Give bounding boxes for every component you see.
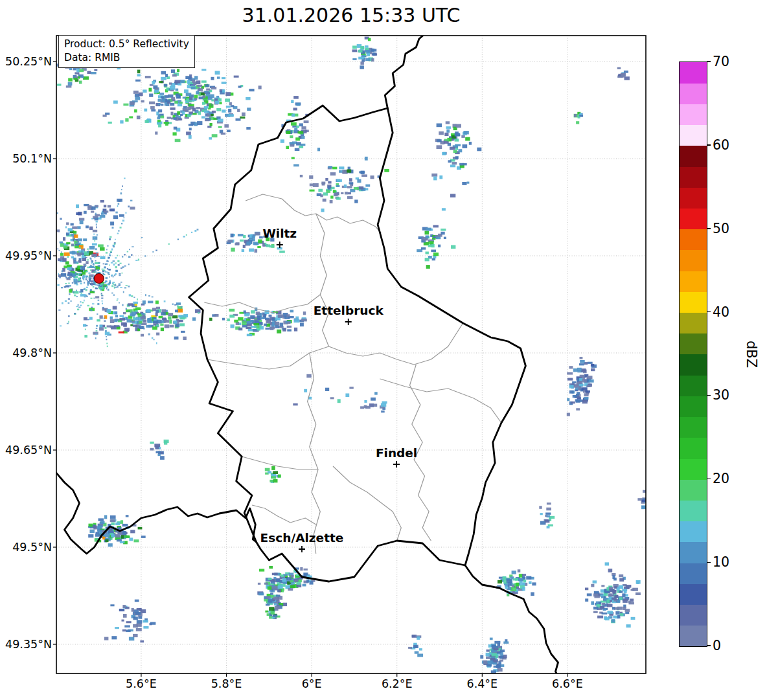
city-label: Findel — [376, 446, 417, 460]
colorbar-tick-mark — [707, 395, 711, 396]
colorbar-unit-label: dBZ — [744, 341, 759, 368]
colorbar-segment — [680, 479, 707, 501]
data-source-line: Data: RMIB — [64, 51, 189, 65]
colorbar-tick-mark — [707, 228, 711, 229]
colorbar-segment — [680, 146, 707, 167]
colorbar-segment — [680, 375, 707, 396]
y-tick-label: 49.8°N — [1, 346, 52, 359]
radar-map-figure: 31.01.2026 15:33 UTC WiltzEttelbruckFind… — [0, 0, 767, 700]
colorbar-tick-mark — [707, 479, 711, 479]
colorbar-segment — [680, 313, 707, 334]
radar-site-marker — [94, 274, 104, 284]
y-tick-label: 49.65°N — [1, 444, 52, 457]
y-tick-label: 49.35°N — [1, 638, 52, 651]
x-tick-label: 6°E — [282, 677, 341, 690]
colorbar-segment — [680, 521, 707, 543]
colorbar-tick-mark — [707, 562, 711, 563]
colorbar-segment — [680, 626, 707, 647]
colorbar-segment — [680, 250, 707, 271]
colorbar-segment — [680, 291, 707, 313]
x-tick-label: 6.2°E — [368, 677, 426, 690]
colorbar-segment — [680, 396, 707, 417]
x-tick-label: 5.8°E — [198, 677, 256, 690]
colorbar-segment — [680, 354, 707, 376]
y-tick-label: 49.95°N — [1, 249, 52, 262]
colorbar-segment — [680, 187, 707, 209]
x-tick-label: 6.4°E — [453, 677, 511, 690]
colorbar-segment — [680, 62, 707, 84]
colorbar-segment — [680, 271, 707, 292]
colorbar-tick-mark — [707, 144, 711, 145]
product-line: Product: 0.5° Reflectivity — [64, 38, 189, 51]
colorbar-segment — [680, 83, 707, 104]
colorbar-tick-label: 30 — [713, 387, 729, 403]
colorbar-tick-label: 60 — [713, 137, 729, 153]
city-plus-marker — [393, 461, 400, 468]
city-plus-marker — [277, 242, 283, 248]
product-info-box: Product: 0.5° Reflectivity Data: RMIB — [58, 35, 195, 68]
colorbar-tick-label: 20 — [713, 471, 729, 486]
colorbar-segment — [680, 166, 707, 188]
x-tick-label: 5.6°E — [112, 677, 170, 690]
colorbar-segment — [680, 583, 707, 605]
colorbar-tick-label: 10 — [713, 554, 729, 570]
city-plus-marker — [345, 319, 352, 325]
colorbar-tick-label: 0 — [713, 638, 721, 653]
radar-site-dot — [94, 274, 104, 284]
y-tick-label: 49.5°N — [1, 541, 52, 554]
plot-frame — [53, 36, 646, 677]
colorbar-segment — [680, 333, 707, 355]
colorbar — [679, 62, 707, 647]
y-tick-label: 50.25°N — [1, 55, 52, 68]
colorbar-segment — [680, 417, 707, 438]
colorbar-segment — [680, 605, 707, 626]
y-tick-label: 50.1°N — [1, 152, 52, 165]
colorbar-segment — [680, 229, 707, 251]
colorbar-tick-mark — [707, 645, 711, 646]
colorbar-tick-mark — [707, 61, 711, 62]
city-label: Wiltz — [262, 227, 297, 240]
colorbar-segment — [680, 125, 707, 146]
colorbar-segment — [680, 209, 707, 230]
city-label: Ettelbruck — [314, 304, 384, 317]
radar-echoes — [0, 37, 648, 674]
colorbar-segment — [680, 542, 707, 563]
colorbar-segment — [680, 438, 707, 459]
colorbar-segment — [680, 563, 707, 584]
colorbar-segment — [680, 501, 707, 522]
colorbar-tick-mark — [707, 311, 711, 312]
colorbar-segment — [680, 458, 707, 480]
colorbar-tick-label: 50 — [713, 221, 729, 236]
city-label: Esch/Alzette — [260, 531, 344, 545]
colorbar-tick-label: 70 — [713, 54, 729, 69]
x-tick-label: 6.6°E — [538, 677, 597, 690]
colorbar-tick-label: 40 — [713, 304, 729, 320]
map-plot: WiltzEttelbruckFindelEsch/Alzette — [0, 0, 767, 700]
colorbar-segment — [680, 104, 707, 125]
city-plus-marker — [299, 546, 305, 552]
